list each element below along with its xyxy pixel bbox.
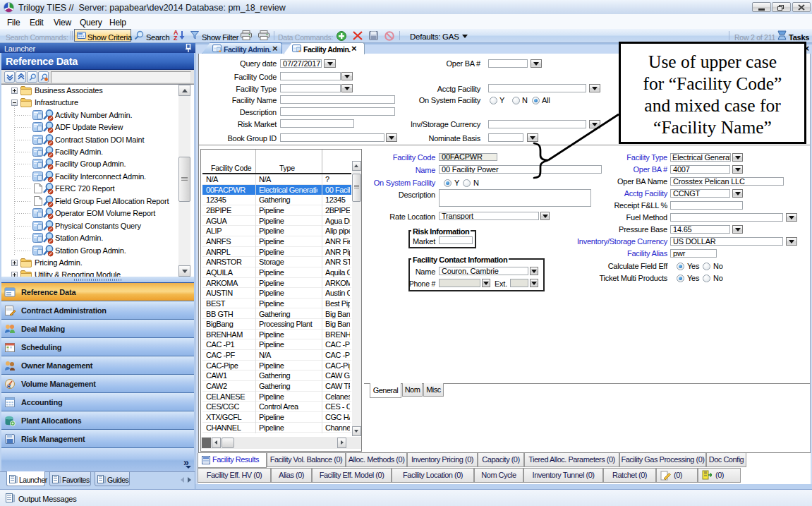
svg-text:R: R	[7, 384, 11, 389]
